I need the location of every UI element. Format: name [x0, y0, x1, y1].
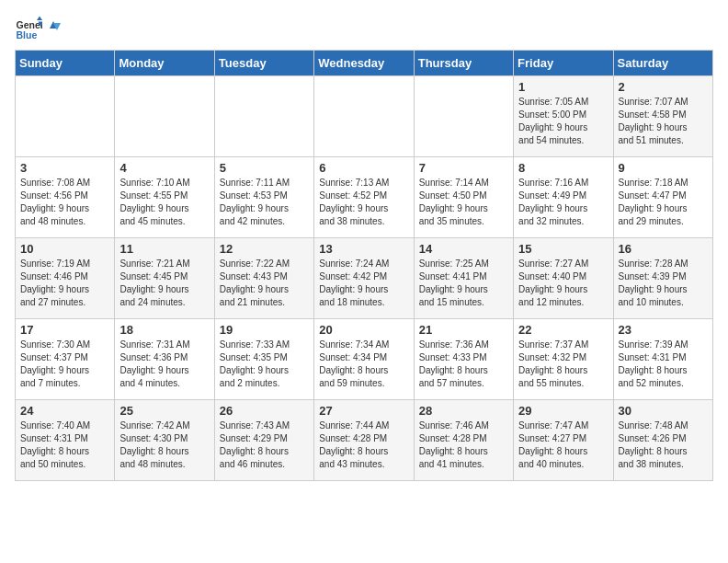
day-info: Sunrise: 7:11 AM Sunset: 4:53 PM Dayligh…	[220, 177, 309, 228]
day-info: Sunrise: 7:34 AM Sunset: 4:34 PM Dayligh…	[319, 339, 408, 390]
calendar-cell: 18Sunrise: 7:31 AM Sunset: 4:36 PM Dayli…	[115, 319, 214, 400]
calendar-cell	[115, 76, 214, 157]
day-number: 6	[319, 161, 408, 175]
day-info: Sunrise: 7:42 AM Sunset: 4:30 PM Dayligh…	[119, 419, 209, 471]
day-info: Sunrise: 7:19 AM Sunset: 4:46 PM Dayligh…	[20, 258, 109, 309]
svg-text:Blue: Blue	[17, 29, 38, 40]
day-info: Sunrise: 7:08 AM Sunset: 4:56 PM Dayligh…	[20, 177, 109, 228]
day-info: Sunrise: 7:48 AM Sunset: 4:26 PM Dayligh…	[619, 419, 708, 471]
calendar-cell: 11Sunrise: 7:21 AM Sunset: 4:45 PM Dayli…	[115, 238, 214, 319]
calendar-cell: 14Sunrise: 7:25 AM Sunset: 4:41 PM Dayli…	[414, 238, 513, 319]
calendar-cell: 19Sunrise: 7:33 AM Sunset: 4:35 PM Dayli…	[214, 319, 313, 400]
header: General Blue	[15, 15, 713, 42]
calendar-cell	[314, 76, 414, 157]
day-info: Sunrise: 7:16 AM Sunset: 4:49 PM Dayligh…	[518, 177, 608, 228]
header-day-friday: Friday	[514, 51, 613, 76]
day-number: 21	[419, 323, 508, 337]
day-info: Sunrise: 7:36 AM Sunset: 4:33 PM Dayligh…	[419, 339, 508, 390]
day-number: 8	[518, 161, 608, 175]
day-info: Sunrise: 7:24 AM Sunset: 4:42 PM Dayligh…	[319, 258, 408, 309]
calendar-cell: 2Sunrise: 7:07 AM Sunset: 4:58 PM Daylig…	[613, 76, 712, 157]
week-row-1: 1Sunrise: 7:05 AM Sunset: 5:00 PM Daylig…	[16, 76, 713, 157]
calendar-cell: 15Sunrise: 7:27 AM Sunset: 4:40 PM Dayli…	[514, 238, 613, 319]
day-number: 7	[419, 161, 508, 175]
header-day-monday: Monday	[115, 51, 214, 76]
day-info: Sunrise: 7:18 AM Sunset: 4:47 PM Dayligh…	[619, 177, 708, 228]
day-number: 3	[20, 161, 109, 175]
calendar-cell: 29Sunrise: 7:47 AM Sunset: 4:27 PM Dayli…	[514, 400, 613, 481]
calendar-cell: 7Sunrise: 7:14 AM Sunset: 4:50 PM Daylig…	[414, 157, 513, 238]
day-number: 25	[119, 404, 209, 418]
calendar-cell: 16Sunrise: 7:28 AM Sunset: 4:39 PM Dayli…	[613, 238, 712, 319]
calendar-cell: 5Sunrise: 7:11 AM Sunset: 4:53 PM Daylig…	[214, 157, 313, 238]
day-info: Sunrise: 7:10 AM Sunset: 4:55 PM Dayligh…	[119, 177, 209, 228]
day-info: Sunrise: 7:33 AM Sunset: 4:35 PM Dayligh…	[220, 339, 309, 390]
day-number: 1	[518, 80, 608, 94]
logo-arrow-icon	[46, 16, 63, 32]
day-number: 12	[220, 242, 309, 256]
day-number: 9	[619, 161, 708, 175]
day-info: Sunrise: 7:25 AM Sunset: 4:41 PM Dayligh…	[419, 258, 508, 309]
calendar-cell: 28Sunrise: 7:46 AM Sunset: 4:28 PM Dayli…	[414, 400, 513, 481]
day-info: Sunrise: 7:14 AM Sunset: 4:50 PM Dayligh…	[419, 177, 508, 228]
day-number: 13	[319, 242, 408, 256]
week-row-3: 10Sunrise: 7:19 AM Sunset: 4:46 PM Dayli…	[16, 238, 713, 319]
week-row-2: 3Sunrise: 7:08 AM Sunset: 4:56 PM Daylig…	[16, 157, 713, 238]
day-info: Sunrise: 7:28 AM Sunset: 4:39 PM Dayligh…	[619, 258, 708, 309]
header-row: SundayMondayTuesdayWednesdayThursdayFrid…	[16, 51, 713, 76]
calendar-cell: 21Sunrise: 7:36 AM Sunset: 4:33 PM Dayli…	[414, 319, 513, 400]
day-info: Sunrise: 7:30 AM Sunset: 4:37 PM Dayligh…	[20, 339, 109, 390]
day-info: Sunrise: 7:05 AM Sunset: 5:00 PM Dayligh…	[518, 96, 608, 147]
day-info: Sunrise: 7:37 AM Sunset: 4:32 PM Dayligh…	[518, 339, 608, 390]
calendar-cell: 6Sunrise: 7:13 AM Sunset: 4:52 PM Daylig…	[314, 157, 414, 238]
day-number: 4	[119, 161, 209, 175]
day-number: 28	[419, 404, 508, 418]
day-number: 14	[419, 242, 508, 256]
header-day-tuesday: Tuesday	[214, 51, 313, 76]
logo-icon: General Blue	[15, 15, 42, 42]
calendar-cell: 9Sunrise: 7:18 AM Sunset: 4:47 PM Daylig…	[613, 157, 712, 238]
calendar-cell: 1Sunrise: 7:05 AM Sunset: 5:00 PM Daylig…	[514, 76, 613, 157]
week-row-4: 17Sunrise: 7:30 AM Sunset: 4:37 PM Dayli…	[16, 319, 713, 400]
day-number: 17	[20, 323, 109, 337]
day-number: 15	[518, 242, 608, 256]
day-info: Sunrise: 7:13 AM Sunset: 4:52 PM Dayligh…	[319, 177, 408, 228]
day-info: Sunrise: 7:40 AM Sunset: 4:31 PM Dayligh…	[20, 419, 109, 471]
header-day-saturday: Saturday	[613, 51, 712, 76]
calendar-cell	[214, 76, 313, 157]
week-row-5: 24Sunrise: 7:40 AM Sunset: 4:31 PM Dayli…	[16, 400, 713, 481]
day-number: 23	[619, 323, 708, 337]
day-number: 5	[220, 161, 309, 175]
calendar-cell: 26Sunrise: 7:43 AM Sunset: 4:29 PM Dayli…	[214, 400, 313, 481]
day-number: 20	[319, 323, 408, 337]
day-number: 11	[119, 242, 209, 256]
day-number: 19	[220, 323, 309, 337]
calendar-cell	[414, 76, 513, 157]
calendar-cell	[16, 76, 115, 157]
svg-marker-2	[37, 17, 42, 21]
logo: General Blue	[15, 15, 64, 42]
day-info: Sunrise: 7:21 AM Sunset: 4:45 PM Dayligh…	[119, 258, 209, 309]
calendar-cell: 13Sunrise: 7:24 AM Sunset: 4:42 PM Dayli…	[314, 238, 414, 319]
day-info: Sunrise: 7:39 AM Sunset: 4:31 PM Dayligh…	[619, 339, 708, 390]
day-info: Sunrise: 7:07 AM Sunset: 4:58 PM Dayligh…	[619, 96, 708, 147]
day-number: 2	[619, 80, 708, 94]
calendar-table: SundayMondayTuesdayWednesdayThursdayFrid…	[15, 50, 713, 481]
calendar-cell: 12Sunrise: 7:22 AM Sunset: 4:43 PM Dayli…	[214, 238, 313, 319]
header-day-thursday: Thursday	[414, 51, 513, 76]
day-info: Sunrise: 7:44 AM Sunset: 4:28 PM Dayligh…	[319, 419, 408, 471]
day-info: Sunrise: 7:47 AM Sunset: 4:27 PM Dayligh…	[518, 419, 608, 471]
calendar-cell: 30Sunrise: 7:48 AM Sunset: 4:26 PM Dayli…	[613, 400, 712, 481]
calendar-cell: 17Sunrise: 7:30 AM Sunset: 4:37 PM Dayli…	[16, 319, 115, 400]
calendar-cell: 20Sunrise: 7:34 AM Sunset: 4:34 PM Dayli…	[314, 319, 414, 400]
day-info: Sunrise: 7:46 AM Sunset: 4:28 PM Dayligh…	[419, 419, 508, 471]
calendar-cell: 22Sunrise: 7:37 AM Sunset: 4:32 PM Dayli…	[514, 319, 613, 400]
calendar-cell: 10Sunrise: 7:19 AM Sunset: 4:46 PM Dayli…	[16, 238, 115, 319]
header-day-sunday: Sunday	[16, 51, 115, 76]
day-number: 16	[619, 242, 708, 256]
calendar-cell: 3Sunrise: 7:08 AM Sunset: 4:56 PM Daylig…	[16, 157, 115, 238]
calendar-cell: 8Sunrise: 7:16 AM Sunset: 4:49 PM Daylig…	[514, 157, 613, 238]
day-number: 26	[220, 404, 309, 418]
day-info: Sunrise: 7:27 AM Sunset: 4:40 PM Dayligh…	[518, 258, 608, 309]
calendar-cell: 23Sunrise: 7:39 AM Sunset: 4:31 PM Dayli…	[613, 319, 712, 400]
